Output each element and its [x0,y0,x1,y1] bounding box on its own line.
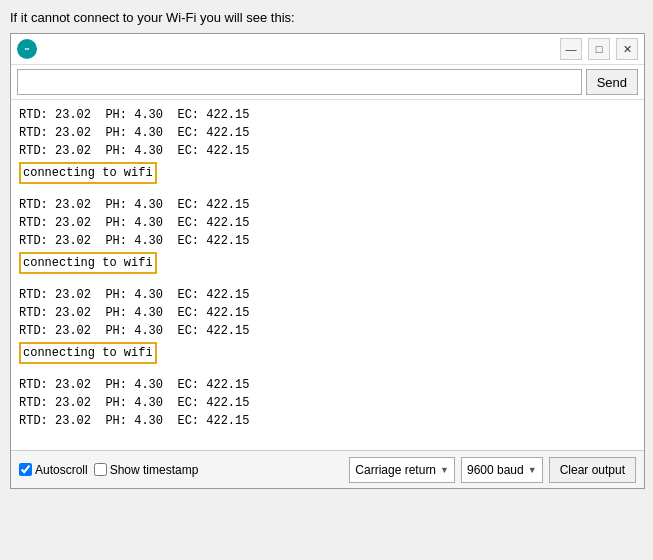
console-highlighted-text: connecting to wifi [19,162,157,184]
serial-input[interactable] [17,69,582,95]
carriage-return-chevron: ▼ [440,465,449,475]
console-highlighted-line: connecting to wifi [19,250,636,276]
maximize-button[interactable]: □ [588,38,610,60]
timestamp-text: Show timestamp [110,463,199,477]
console-normal-line: RTD: 23.02 PH: 4.30 EC: 422.15 [19,142,636,160]
carriage-return-dropdown[interactable]: Carriage return ▼ [349,457,455,483]
console-normal-line: RTD: 23.02 PH: 4.30 EC: 422.15 [19,124,636,142]
console-normal-line: RTD: 23.02 PH: 4.30 EC: 422.15 [19,394,636,412]
bottom-bar: Autoscroll Show timestamp Carriage retur… [11,450,644,488]
minimize-button[interactable]: — [560,38,582,60]
carriage-return-value: Carriage return [355,463,436,477]
console-normal-line: RTD: 23.02 PH: 4.30 EC: 422.15 [19,412,636,430]
console-normal-line: RTD: 23.02 PH: 4.30 EC: 422.15 [19,106,636,124]
arduino-serial-monitor-window: ∞ — □ ✕ Send RTD: 23.02 PH: 4.30 EC: 422… [10,33,645,489]
console-empty-line [19,276,636,286]
svg-text:∞: ∞ [25,45,30,52]
console-highlighted-line: connecting to wifi [19,340,636,366]
baud-rate-dropdown[interactable]: 9600 baud ▼ [461,457,543,483]
console-normal-line: RTD: 23.02 PH: 4.30 EC: 422.15 [19,286,636,304]
autoscroll-text: Autoscroll [35,463,88,477]
console-highlighted-text: connecting to wifi [19,252,157,274]
console-output: RTD: 23.02 PH: 4.30 EC: 422.15RTD: 23.02… [11,100,644,450]
close-button[interactable]: ✕ [616,38,638,60]
console-normal-line: RTD: 23.02 PH: 4.30 EC: 422.15 [19,322,636,340]
console-normal-line: RTD: 23.02 PH: 4.30 EC: 422.15 [19,214,636,232]
console-normal-line: RTD: 23.02 PH: 4.30 EC: 422.15 [19,196,636,214]
baud-rate-value: 9600 baud [467,463,524,477]
title-bar: ∞ — □ ✕ [11,34,644,65]
console-normal-line: RTD: 23.02 PH: 4.30 EC: 422.15 [19,304,636,322]
console-highlighted-line: connecting to wifi [19,160,636,186]
console-highlighted-text: connecting to wifi [19,342,157,364]
console-empty-line [19,186,636,196]
console-normal-line: RTD: 23.02 PH: 4.30 EC: 422.15 [19,376,636,394]
clear-output-button[interactable]: Clear output [549,457,636,483]
toolbar: Send [11,65,644,100]
timestamp-label[interactable]: Show timestamp [94,463,199,477]
autoscroll-label[interactable]: Autoscroll [19,463,88,477]
send-button[interactable]: Send [586,69,638,95]
arduino-logo: ∞ [17,39,37,59]
console-empty-line [19,366,636,376]
intro-text: If it cannot connect to your Wi-Fi you w… [10,10,643,25]
console-normal-line: RTD: 23.02 PH: 4.30 EC: 422.15 [19,232,636,250]
autoscroll-checkbox[interactable] [19,463,32,476]
timestamp-checkbox[interactable] [94,463,107,476]
arduino-icon: ∞ [20,42,34,56]
baud-rate-chevron: ▼ [528,465,537,475]
